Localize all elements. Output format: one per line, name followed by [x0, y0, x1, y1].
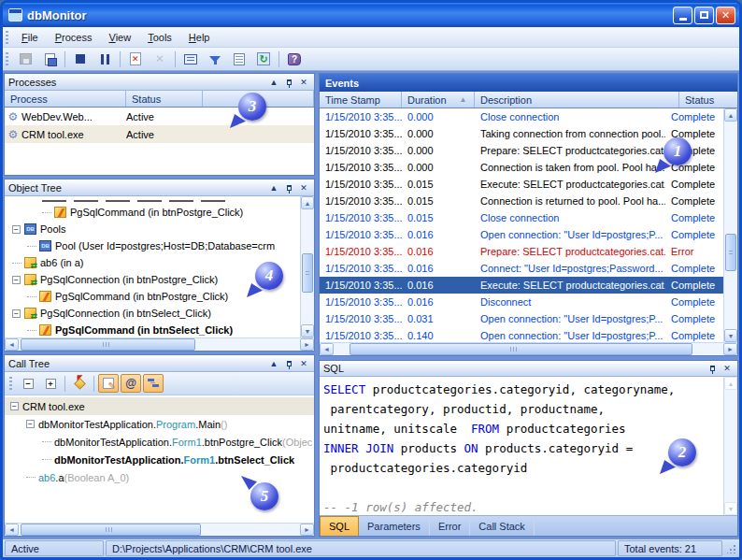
event-row[interactable]: 1/15/2010 3:35...0.016Connect: "User Id=…: [320, 260, 723, 277]
collapse-box-icon[interactable]: −: [12, 309, 21, 318]
properties-button[interactable]: [179, 50, 202, 69]
column-time-stamp[interactable]: Time Stamp: [320, 92, 402, 108]
call-tree-item[interactable]: −dbMonitorTestApplication.Program.Main(): [5, 415, 314, 433]
event-row[interactable]: 1/15/2010 3:35...0.016Open connection: "…: [320, 226, 723, 243]
menu-item-help[interactable]: Help: [180, 29, 219, 46]
tab-parameters[interactable]: Parameters: [359, 518, 430, 536]
collapse-all-button[interactable]: [18, 374, 38, 393]
tab-error[interactable]: Error: [430, 518, 470, 536]
resize-grip[interactable]: [724, 540, 737, 556]
processes-pin-button[interactable]: [282, 76, 295, 88]
call-tree-close-button[interactable]: ✕: [297, 357, 310, 369]
object-tree-item[interactable]: −PgSqlConnection (in btnSelect_Click): [5, 305, 300, 322]
object-tree-close-button[interactable]: ✕: [297, 181, 310, 194]
call-tree-collapse-button[interactable]: ▲: [267, 357, 280, 369]
events-horizontal-scrollbar[interactable]: ◄ ►: [320, 342, 737, 355]
tab-call-stack[interactable]: Call Stack: [470, 518, 535, 536]
menu-item-view[interactable]: View: [101, 29, 140, 46]
sql-text[interactable]: SELECT productcategories.categoryid, cat…: [320, 377, 723, 515]
event-row[interactable]: 1/15/2010 3:35...0.016DisconnectComplete: [320, 294, 723, 310]
menu-item-process[interactable]: Process: [47, 29, 101, 46]
scroll-right-icon[interactable]: ►: [300, 524, 314, 536]
show-anonymous-button[interactable]: [121, 374, 141, 393]
collapse-box-icon[interactable]: −: [12, 225, 21, 234]
event-row[interactable]: 1/15/2010 3:35...0.000Close connectionCo…: [320, 108, 723, 125]
call-tree-horizontal-scrollbar[interactable]: ◄ ►: [5, 523, 314, 536]
object-tree-item[interactable]: PgSqlCommand (in btnPostgre_Click): [5, 204, 300, 221]
event-row[interactable]: 1/15/2010 3:35...0.015Execute: SELECT pr…: [320, 176, 723, 193]
scroll-thumb[interactable]: [302, 253, 313, 293]
scroll-thumb[interactable]: [21, 524, 201, 536]
event-row[interactable]: 1/15/2010 3:35...0.016Prepare: SELECT pr…: [320, 243, 723, 260]
toolbar-grip[interactable]: [6, 52, 8, 65]
column-status[interactable]: Status: [126, 91, 203, 107]
scroll-down-icon[interactable]: ▼: [724, 329, 737, 342]
column-duration[interactable]: Duration▲: [402, 92, 475, 108]
scroll-down-icon[interactable]: ▼: [301, 324, 314, 337]
collapse-box-icon[interactable]: −: [12, 276, 21, 284]
scroll-right-icon[interactable]: ►: [723, 343, 737, 355]
refresh-button[interactable]: [252, 50, 275, 69]
menu-item-file[interactable]: File: [13, 29, 47, 46]
scroll-thumb[interactable]: [725, 234, 736, 271]
process-row[interactable]: ⚙WebDev.Web...Active: [5, 108, 314, 125]
process-row[interactable]: ⚙CRM tool.exeActive: [5, 125, 314, 143]
event-row[interactable]: 1/15/2010 3:35...0.015Connection is retu…: [320, 193, 723, 209]
scroll-up-icon[interactable]: ▲: [724, 108, 737, 122]
maximize-button[interactable]: [694, 7, 714, 24]
scroll-left-icon[interactable]: ◄: [320, 343, 334, 355]
scroll-left-icon[interactable]: ◄: [5, 338, 19, 351]
collapse-box-icon[interactable]: −: [10, 402, 19, 410]
object-tree-item[interactable]: −Pools: [5, 221, 300, 237]
events-vertical-scrollbar[interactable]: ▲ ▼: [723, 108, 737, 342]
call-tree-item[interactable]: dbMonitorTestApplication.Form1.btnPostgr…: [5, 433, 314, 451]
call-tree-pin-button[interactable]: [282, 357, 295, 369]
object-tree-horizontal-scrollbar[interactable]: ◄ ►: [5, 337, 314, 351]
scroll-down-icon[interactable]: ▼: [724, 502, 737, 515]
event-row[interactable]: 1/15/2010 3:35...0.140Open connection: "…: [320, 327, 723, 342]
sql-vertical-scrollbar[interactable]: ▲ ▼: [723, 377, 737, 515]
event-row[interactable]: 1/15/2010 3:35...0.031Open connection: "…: [320, 310, 723, 327]
filter-button[interactable]: [204, 50, 226, 69]
column-process[interactable]: Process: [5, 91, 126, 107]
tab-sql[interactable]: SQL: [320, 516, 359, 536]
object-tree-item[interactable]: Pool (User Id=postgres;Host=DB;Database=…: [5, 237, 300, 254]
call-tree-toolbar-grip[interactable]: [9, 377, 12, 390]
event-row[interactable]: 1/15/2010 3:35...0.016Execute: SELECT pr…: [320, 277, 723, 294]
collapse-box-icon[interactable]: −: [26, 420, 35, 428]
stop-button[interactable]: [69, 50, 92, 69]
delete-event-button[interactable]: [124, 50, 147, 69]
scroll-thumb[interactable]: [350, 343, 692, 355]
save-as-button[interactable]: [38, 50, 61, 69]
show-notes-button[interactable]: [98, 374, 119, 393]
expand-all-button[interactable]: [40, 374, 61, 393]
call-tree-item[interactable]: −CRM tool.exe: [5, 397, 314, 415]
object-tree-pin-button[interactable]: [282, 181, 295, 194]
menu-item-tools[interactable]: Tools: [139, 29, 180, 46]
scroll-right-icon[interactable]: ►: [300, 338, 314, 351]
call-tree-item[interactable]: dbMonitorTestApplication.Form1.btnSelect…: [5, 451, 314, 468]
close-button[interactable]: ✕: [716, 7, 735, 24]
title-bar[interactable]: dbMonitor ✕: [3, 3, 739, 27]
goto-sql-button[interactable]: [69, 374, 90, 393]
column-status[interactable]: Status: [679, 92, 737, 108]
scroll-thumb[interactable]: [21, 338, 195, 351]
minimize-button[interactable]: [673, 7, 692, 24]
object-tree-item[interactable]: PgSqlCommand (in btnSelect_Click): [5, 322, 300, 337]
sql-pin-button[interactable]: [706, 363, 719, 375]
event-row[interactable]: 1/15/2010 3:35...0.015Close connectionCo…: [320, 209, 723, 226]
object-tree-collapse-button[interactable]: ▲: [267, 181, 280, 194]
event-row[interactable]: 1/15/2010 3:35...0.000Taking connection …: [320, 125, 723, 142]
processes-close-button[interactable]: ✕: [297, 76, 310, 88]
export-button[interactable]: [228, 50, 250, 69]
help-button[interactable]: [283, 50, 306, 69]
processes-collapse-button[interactable]: ▲: [267, 76, 280, 88]
column-description[interactable]: Description: [475, 92, 679, 108]
show-call-tree-button[interactable]: [143, 374, 164, 393]
scroll-up-icon[interactable]: ▲: [724, 377, 737, 390]
sql-close-button[interactable]: ✕: [721, 363, 734, 375]
object-tree-vertical-scrollbar[interactable]: ▲ ▼: [300, 196, 314, 337]
pause-button[interactable]: [93, 50, 116, 69]
scroll-left-icon[interactable]: ◄: [5, 524, 19, 536]
menu-grip[interactable]: [6, 31, 8, 44]
